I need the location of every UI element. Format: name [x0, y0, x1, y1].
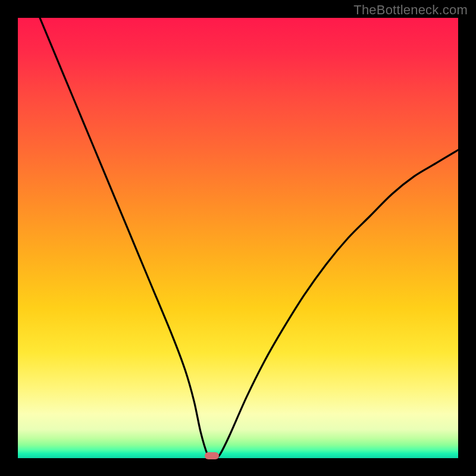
plot-area — [18, 18, 458, 458]
curve-layer — [18, 18, 458, 458]
optimal-marker — [205, 452, 219, 459]
bottleneck-curve — [40, 18, 458, 458]
outer-frame: TheBottleneck.com — [0, 0, 476, 476]
watermark-text: TheBottleneck.com — [353, 2, 468, 18]
